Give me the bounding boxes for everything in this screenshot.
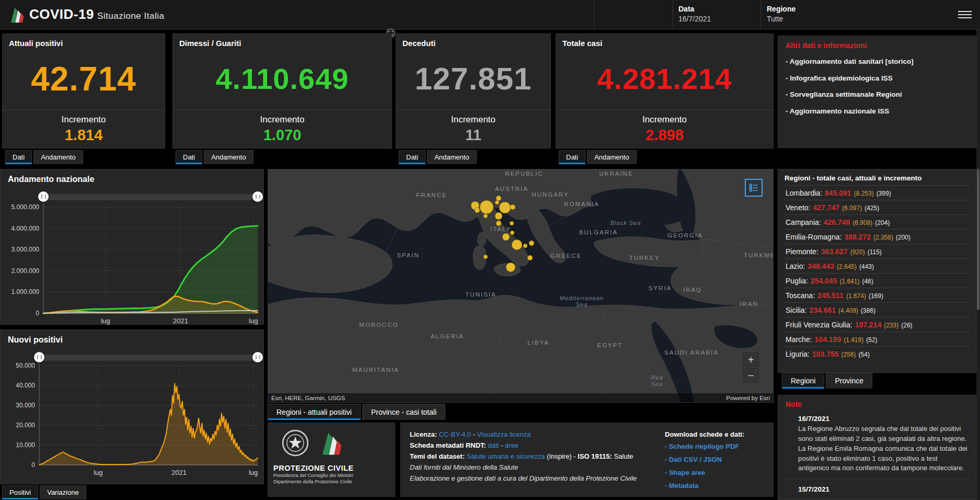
- page-scrollbar[interactable]: [976, 30, 980, 500]
- region-name: Puglia: [786, 277, 808, 285]
- map-bubble[interactable]: [523, 244, 527, 248]
- regions-tab-regioni[interactable]: Regioni: [782, 372, 824, 389]
- regione-filter-value[interactable]: Tutte: [767, 15, 783, 23]
- increment-value: 1.070: [263, 127, 302, 144]
- svg-text:2021: 2021: [173, 317, 188, 325]
- map-bubble[interactable]: [510, 221, 514, 225]
- altri-link[interactable]: - Sorveglianza settimanale Regioni: [786, 90, 916, 99]
- region-row[interactable]: Lazio348.443(2.645)(443): [785, 258, 970, 273]
- legend-icon[interactable]: [745, 179, 763, 197]
- region-increment: (386): [861, 307, 875, 314]
- map-bubble[interactable]: [495, 200, 499, 204]
- region-row[interactable]: Puglia254.045(1.641)(46): [785, 273, 970, 288]
- region-row[interactable]: Friuli Venezia Giulia107.214(233)(26): [785, 317, 970, 332]
- map-bubble[interactable]: [483, 214, 488, 218]
- svg-text:3.000.000: 3.000.000: [11, 246, 40, 253]
- map-bubble[interactable]: [529, 241, 534, 246]
- region-total: 845.091: [825, 189, 851, 197]
- card4-tab-dati[interactable]: Dati: [559, 150, 585, 164]
- stat-card-title: Attuali positivi: [3, 34, 165, 48]
- svg-text:30.000: 30.000: [16, 402, 35, 409]
- card2-tab-dati[interactable]: Dati: [176, 150, 202, 164]
- region-row[interactable]: Sicilia234.661(4.409)(386): [785, 302, 970, 317]
- org-line2: Dipartimento della Protezione Civile: [273, 479, 389, 485]
- andamento-chart-title: Andamento nazionale: [1, 169, 263, 184]
- download-link[interactable]: - Shape aree: [665, 466, 769, 479]
- map-bubble[interactable]: [499, 202, 511, 213]
- map-bubble[interactable]: [527, 255, 533, 260]
- stat-card-value: 4.110.649: [173, 48, 391, 110]
- map-bubble[interactable]: [475, 208, 480, 213]
- altri-dati-title: Altri dati e informazioni: [786, 41, 969, 50]
- map-bubble[interactable]: [512, 240, 522, 250]
- region-row[interactable]: Campania426.748(6.908)(204): [785, 214, 970, 229]
- stat-card-attuali-positivi: Attuali positivi42.714Incremento1.814: [2, 33, 165, 149]
- svg-text:4.000.000: 4.000.000: [11, 225, 40, 232]
- region-increment: (54): [859, 351, 870, 358]
- header-divider: [673, 0, 673, 30]
- rndt-dati-link[interactable]: dati: [488, 441, 499, 449]
- org-line1: Presidenza del Consiglio dei Ministri: [273, 472, 389, 479]
- region-increment: (399): [877, 190, 891, 197]
- download-link[interactable]: - Schede riepilogo PDF: [665, 440, 769, 453]
- stat-card-title: Deceduti: [396, 34, 550, 48]
- map-panel[interactable]: FRANCEREPUBLICAUSTRIAHUNGARYUKRAINEROMAN…: [268, 169, 774, 403]
- region-row[interactable]: Emilia-Romagna388.272(2.358)(200): [785, 229, 970, 244]
- zoom-in-button[interactable]: +: [743, 353, 759, 367]
- region-total: 107.214: [855, 321, 882, 329]
- card1-tab-dati[interactable]: Dati: [5, 150, 32, 164]
- region-row[interactable]: Piemonte363.627(920)(115): [785, 244, 970, 258]
- scrollbar-thumb[interactable]: [977, 169, 979, 310]
- map-bubble[interactable]: [496, 196, 501, 201]
- card4-tab-andamento[interactable]: Andamento: [587, 150, 637, 164]
- region-row[interactable]: Lombardia845.091(8.253)(399): [785, 185, 970, 200]
- map-tab-province-casi-totali[interactable]: Province - casi totali: [362, 404, 445, 420]
- altri-link[interactable]: - Aggiornamento dati sanitari [storico]: [786, 57, 916, 66]
- altri-link[interactable]: - Infografica epidemiologica ISS: [786, 74, 916, 83]
- region-actual: (920): [850, 248, 865, 256]
- card3-tab-andamento[interactable]: Andamento: [427, 150, 477, 164]
- view-license-link[interactable]: Visualizza licenza: [477, 430, 531, 438]
- menu-icon[interactable]: [958, 9, 972, 20]
- card2-tab-andamento[interactable]: Andamento: [204, 150, 253, 164]
- zoom-out-button[interactable]: −: [743, 368, 759, 383]
- regions-panel: Regioni - totale casi, attuali e increme…: [778, 169, 976, 373]
- map-tab-regioni-attuali-positivi[interactable]: Regioni - attuali positivi: [268, 404, 361, 420]
- download-link[interactable]: - Dati CSV / JSON: [665, 453, 769, 466]
- map-bubble[interactable]: [506, 263, 515, 272]
- map-bubble[interactable]: [495, 212, 502, 220]
- nuovi-tab-positivi[interactable]: Positivi: [2, 485, 38, 499]
- card1-tab-andamento[interactable]: Andamento: [33, 150, 83, 164]
- regions-tab-province[interactable]: Province: [826, 372, 872, 389]
- region-actual: (2.358): [873, 234, 893, 241]
- map-bubble[interactable]: [502, 233, 510, 241]
- andamento-chart: 5.000.0004.000.0003.000.0002.000.0001.00…: [1, 200, 264, 325]
- increment-label: Incremento: [61, 115, 106, 125]
- dashboard-page: COVID-19Situazione Italia Data 16/7/2021…: [0, 0, 980, 500]
- svg-text:1.000.000: 1.000.000: [11, 288, 40, 296]
- card3-tab-dati[interactable]: Dati: [399, 150, 425, 164]
- license-link[interactable]: CC-BY-4.0: [439, 430, 471, 438]
- download-link[interactable]: - Metadata: [665, 479, 769, 492]
- region-row[interactable]: Veneto427.747(6.097)(425): [785, 200, 970, 214]
- data-filter-label: Data: [678, 5, 694, 13]
- regions-tabs: RegioniProvince: [782, 372, 872, 389]
- stat-card-totale-casi: Totale casi4.281.214Incremento2.898: [556, 33, 774, 149]
- map-bubble[interactable]: [510, 204, 515, 210]
- andamento-nazionale-panel: Andamento nazionale 5.000.0004.000.0003.…: [0, 169, 264, 325]
- map-bubble[interactable]: [496, 221, 501, 226]
- region-row[interactable]: Marche104.199(1.419)(52): [785, 332, 970, 346]
- card1-tabs: DatiAndamento: [5, 150, 83, 164]
- map-bubble[interactable]: [480, 200, 493, 214]
- map-bubble[interactable]: [510, 231, 514, 235]
- altri-link[interactable]: - Aggiornamento nazionale ISS: [786, 107, 916, 116]
- temi-label: Temi del dataset:: [410, 452, 465, 460]
- region-row[interactable]: Liguria103.755(256)(54): [785, 346, 970, 361]
- map-bubble[interactable]: [483, 255, 488, 259]
- powered-by-esri: Powered by Esri: [726, 395, 770, 401]
- nuovi-tab-variazione[interactable]: Variazione: [40, 485, 86, 499]
- temi-link[interactable]: Salute umana e sicurezza: [467, 452, 545, 460]
- data-filter-value[interactable]: 16/7/2021: [678, 15, 711, 23]
- region-row[interactable]: Toscana245.511(1.674)(169): [785, 288, 970, 302]
- rndt-aree-link[interactable]: aree: [505, 441, 518, 449]
